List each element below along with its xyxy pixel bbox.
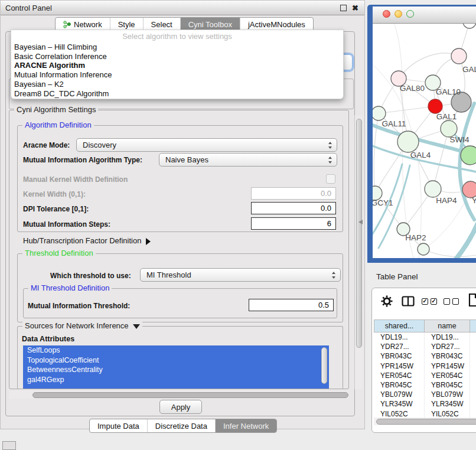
- tab-impute-data[interactable]: Impute Data: [90, 419, 147, 432]
- attribute-list-item[interactable]: gal4RGexp: [23, 375, 329, 385]
- network-node[interactable]: [373, 106, 386, 120]
- network-node[interactable]: [418, 243, 429, 255]
- tab-select[interactable]: Select: [143, 18, 180, 31]
- network-node-label: SWI4: [449, 135, 469, 144]
- table-horizontal-scrollbar[interactable]: [374, 418, 476, 425]
- table-row[interactable]: YDL19...YDL19...13: [372, 332, 476, 342]
- table-row[interactable]: YBR043CYBR043C: [372, 351, 476, 361]
- table-cell: YBL079W: [425, 390, 470, 399]
- algorithm-option[interactable]: Mutual Information Inference: [11, 70, 343, 80]
- tab-label: Infer Network: [223, 422, 269, 431]
- tab-style[interactable]: Style: [110, 18, 143, 31]
- attributes-scrollbar[interactable]: [321, 347, 327, 384]
- algorithm-option[interactable]: Dream8 DC_TDC Algorithm: [11, 89, 343, 99]
- table-cell: 12: [470, 342, 476, 351]
- unchecked-checkbox-icon[interactable]: [452, 298, 459, 305]
- network-edge[interactable]: [399, 53, 459, 79]
- network-canvas[interactable]: GALGAL80GAL10GAL1GAL11SWI4GAL4GCY1HAP4YH…: [373, 24, 476, 258]
- table-cell: [470, 390, 476, 399]
- attribute-list-item[interactable]: SelfLoops: [23, 345, 329, 356]
- manual-kernel-width-checkbox[interactable]: [326, 174, 335, 184]
- checked-checkbox-icon[interactable]: ✓: [422, 298, 428, 305]
- settings-horizontal-scrollbar[interactable]: [9, 391, 349, 399]
- table-cell: 9.: [470, 380, 476, 390]
- algorithm-dropdown-list: Bayesian – Hill ClimbingBasic Correlatio…: [11, 43, 343, 98]
- tab-label: Select: [151, 20, 172, 29]
- attribute-list-item[interactable]: TopologicalCoefficient: [23, 356, 329, 366]
- network-node[interactable]: [397, 131, 419, 152]
- settings-vertical-scrollbar[interactable]: [354, 115, 363, 389]
- network-edge[interactable]: [379, 106, 435, 113]
- unchecked-checkbox-icon[interactable]: [444, 298, 450, 305]
- network-edge[interactable]: [423, 249, 476, 257]
- combo-arrows-icon: [328, 142, 332, 149]
- dpi-tolerance-label: DPI Tolerance [0,1]:: [23, 205, 89, 213]
- network-node[interactable]: [463, 24, 476, 28]
- tab-infer-network[interactable]: Infer Network: [215, 419, 276, 432]
- scrollbar-thumb[interactable]: [356, 119, 362, 348]
- table-cell: YER054C: [425, 371, 470, 380]
- aracne-mode-combo[interactable]: Discovery: [76, 138, 337, 152]
- table-cell: YBR045C: [374, 380, 425, 390]
- table-row[interactable]: YPR145WYPR145W9.: [372, 361, 476, 371]
- table-row[interactable]: YBL079WYBL079W: [372, 390, 476, 399]
- zoom-traffic-light[interactable]: [406, 10, 414, 18]
- scrollbar-thumb[interactable]: [376, 419, 476, 425]
- network-node-label: GAL11: [382, 119, 406, 128]
- table-cell: YDL19...: [425, 332, 470, 342]
- mi-steps-input[interactable]: 6: [251, 217, 336, 230]
- network-node[interactable]: [462, 181, 476, 198]
- columns-icon[interactable]: [402, 296, 415, 309]
- close-traffic-light[interactable]: [383, 10, 390, 18]
- tab-network[interactable]: Network: [56, 18, 110, 31]
- attribute-list-item[interactable]: BetweennessCentrality: [23, 365, 329, 375]
- network-node-label: GCY1: [373, 198, 393, 207]
- float-window-icon[interactable]: [340, 5, 347, 11]
- mi-algorithm-type-label: Mutual Information Algorithm Type:: [23, 156, 142, 164]
- mi-algorithm-type-combo[interactable]: Naive Bayes: [159, 153, 337, 167]
- minimize-traffic-light[interactable]: [395, 10, 402, 18]
- mi-threshold-value: 0.5: [318, 301, 329, 309]
- network-edge[interactable]: [455, 223, 476, 258]
- network-node[interactable]: [428, 99, 442, 113]
- gear-icon[interactable]: [380, 295, 393, 310]
- apply-button[interactable]: Apply: [159, 400, 202, 414]
- combo-arrows-icon: [328, 156, 332, 164]
- file-icon[interactable]: [468, 293, 476, 309]
- panel-corner-button[interactable]: [2, 441, 16, 450]
- algorithm-option[interactable]: Bayesian – Hill Climbing: [11, 43, 343, 52]
- algorithm-option[interactable]: Basic Correlation Inference: [11, 52, 343, 61]
- table-row[interactable]: YLR345WYLR345W9.: [372, 399, 476, 409]
- table-row[interactable]: YBR045CYBR045C9.: [372, 380, 476, 390]
- network-edge[interactable]: [433, 129, 449, 189]
- table-cell: YBR045C: [425, 380, 470, 390]
- scrollbar-thumb[interactable]: [32, 392, 348, 398]
- dpi-tolerance-input[interactable]: 0.0: [251, 202, 336, 214]
- table-row[interactable]: YER054CYER054C8.: [372, 371, 476, 380]
- threshold-definition-legend: Threshold Definition: [22, 249, 96, 257]
- checked-checkbox-icon[interactable]: ✓: [431, 298, 437, 305]
- cyni-algorithm-settings-legend: Cyni Algorithm Settings: [14, 105, 98, 114]
- expanded-arrow-icon[interactable]: [133, 324, 140, 329]
- network-node[interactable]: [451, 48, 467, 64]
- table-row[interactable]: YDR27...YDR27...12: [372, 342, 476, 351]
- tab-discretize-data[interactable]: Discretize Data: [147, 419, 215, 432]
- network-graph: GALGAL80GAL10GAL1GAL11SWI4GAL4GCY1HAP4YH…: [373, 24, 476, 258]
- mi-threshold-input[interactable]: 0.5: [249, 299, 334, 311]
- tab-cyni-toolbox[interactable]: Cyni Toolbox: [180, 18, 240, 31]
- kernel-width-input[interactable]: 0.0: [251, 187, 336, 200]
- close-icon[interactable]: ✖: [352, 4, 358, 12]
- which-threshold-combo[interactable]: MI Threshold: [140, 268, 341, 282]
- table-column-header[interactable]: [470, 319, 476, 332]
- tab-jactivemnodules[interactable]: jActiveMNodules: [240, 18, 313, 31]
- table-column-header[interactable]: shared...: [374, 319, 425, 332]
- network-node[interactable]: [461, 146, 476, 165]
- hub-definition-toggle[interactable]: Hub/Transcription Factor Definition: [23, 236, 151, 245]
- network-node[interactable]: [425, 181, 441, 197]
- table-column-header[interactable]: name: [425, 319, 470, 332]
- algorithm-option[interactable]: ARACNE Algorithm: [11, 61, 343, 70]
- data-attributes-list[interactable]: SelfLoopsTopologicalCoefficientBetweenne…: [23, 345, 329, 389]
- network-node[interactable]: [441, 120, 457, 137]
- algorithm-option[interactable]: Bayesian – K2: [11, 80, 343, 89]
- table-cell: YLR345W: [425, 399, 470, 409]
